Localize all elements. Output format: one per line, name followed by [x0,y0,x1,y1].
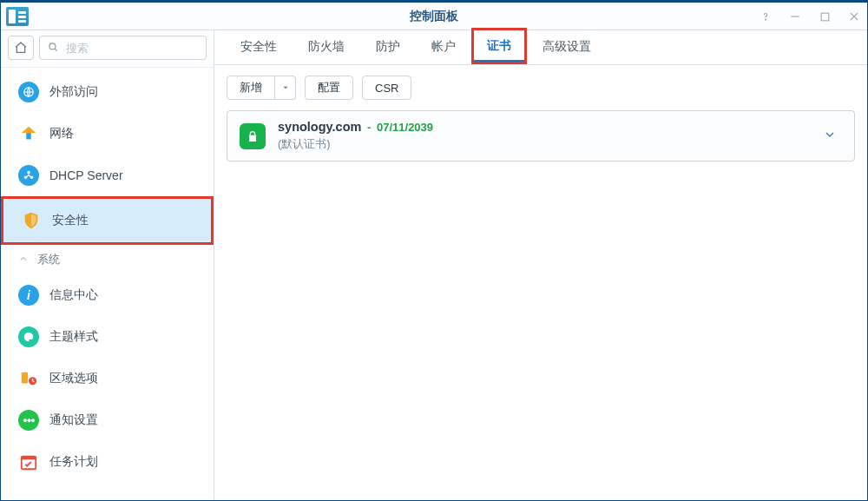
app-icon [6,7,29,26]
certificate-row[interactable]: synology.com - 07/11/2039 (默认证书) [227,110,855,162]
titlebar: 控制面板 [1,3,867,30]
certificate-sep: - [364,121,374,134]
sidebar-item-task-scheduler[interactable]: 任务计划 [1,441,214,483]
sidebar-item-label: 区域选项 [49,371,98,386]
toolbar: 新增 配置 CSR [214,65,867,110]
info-icon: i [18,285,39,306]
add-dropdown-caret[interactable] [275,76,296,100]
sidebar: 外部访问 网络 DHCP Server 安全性 [1,30,214,500]
search-icon [47,41,59,56]
svg-rect-12 [22,372,28,384]
region-icon [18,368,39,389]
sidebar-item-network[interactable]: 网络 [1,113,214,155]
globe-icon [18,82,39,102]
sidebar-item-theme[interactable]: 主题样式 [1,316,214,358]
search-field[interactable] [39,36,207,60]
palette-icon [18,326,39,347]
tab-account[interactable]: 帐户 [416,30,471,64]
add-split-button: 新增 [227,76,296,100]
svg-line-6 [55,49,57,51]
sidebar-item-label: 外部访问 [49,84,98,100]
sidebar-item-label: 主题样式 [49,329,98,345]
sidebar-nav: 外部访问 网络 DHCP Server 安全性 [1,68,214,500]
sidebar-item-label: 安全性 [52,213,89,228]
close-button[interactable] [846,9,862,24]
minimize-button[interactable] [787,9,803,24]
tab-certificate[interactable]: 证书 [471,28,527,64]
search-input[interactable] [64,41,199,56]
chevron-up-icon [18,254,29,267]
help-button[interactable] [758,9,773,24]
lock-icon [240,123,266,149]
network-icon [18,123,39,144]
home-button[interactable] [8,36,34,60]
sidebar-item-label: 信息中心 [49,287,98,303]
sidebar-item-notification[interactable]: ●●● 通知设置 [1,399,214,441]
shield-icon [21,210,42,231]
svg-point-5 [49,43,56,49]
window-controls [758,3,862,30]
sidebar-group-system[interactable]: 系统 [1,245,214,274]
certificate-domain: synology.com [278,120,361,134]
tab-advanced[interactable]: 高级设置 [527,30,607,64]
content-area: 安全性 防火墙 防护 帐户 证书 高级设置 新增 配置 CSR [214,30,867,500]
sidebar-item-label: 网络 [49,126,74,142]
certificate-text: synology.com - 07/11/2039 (默认证书) [278,120,806,152]
sidebar-item-label: DHCP Server [49,168,123,182]
tab-security[interactable]: 安全性 [225,30,293,64]
sidebar-item-info-center[interactable]: i 信息中心 [1,274,214,316]
chat-icon: ●●● [18,410,39,431]
csr-button[interactable]: CSR [362,76,411,100]
sidebar-item-external-access[interactable]: 外部访问 [1,71,214,113]
maximize-button[interactable] [817,9,832,24]
svg-point-0 [766,19,766,20]
tab-protection[interactable]: 防护 [360,30,416,64]
dhcp-icon [18,165,39,186]
sidebar-item-security[interactable]: 安全性 [1,196,214,245]
window-title: 控制面板 [1,9,867,24]
sidebar-item-label: 通知设置 [49,412,98,428]
svg-rect-8 [26,133,31,139]
svg-point-9 [27,171,30,175]
sidebar-item-label: 任务计划 [49,454,98,470]
certificate-list: synology.com - 07/11/2039 (默认证书) [214,110,867,162]
expand-button[interactable] [818,122,842,149]
svg-rect-15 [22,457,36,460]
tabs: 安全性 防火墙 防护 帐户 证书 高级设置 [214,30,867,65]
svg-rect-2 [821,13,829,21]
tab-firewall[interactable]: 防火墙 [293,30,360,64]
certificate-expiry: 07/11/2039 [377,121,433,134]
sidebar-item-dhcp[interactable]: DHCP Server [1,155,214,196]
configure-button[interactable]: 配置 [305,76,353,100]
add-button[interactable]: 新增 [227,76,275,100]
sidebar-group-label: 系统 [37,252,60,267]
sidebar-item-region[interactable]: 区域选项 [1,358,214,399]
certificate-subtitle: (默认证书) [278,136,806,152]
calendar-icon [18,452,39,472]
